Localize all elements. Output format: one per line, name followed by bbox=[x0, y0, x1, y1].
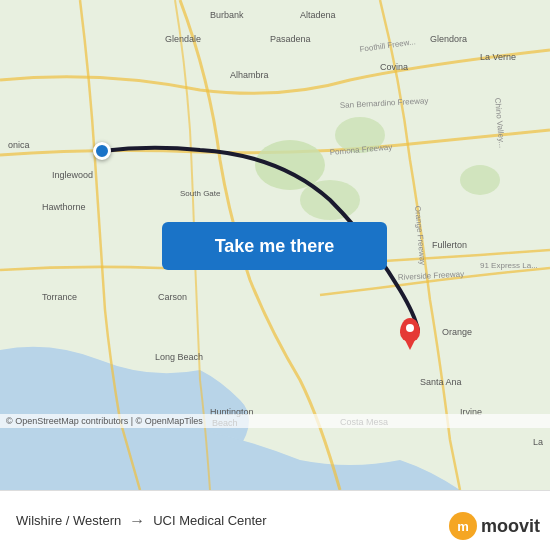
svg-text:Santa Ana: Santa Ana bbox=[420, 377, 462, 387]
route-origin: Wilshire / Western bbox=[16, 513, 121, 528]
moovit-logo: m moovit bbox=[449, 512, 540, 540]
svg-text:Inglewood: Inglewood bbox=[52, 170, 93, 180]
svg-text:South Gate: South Gate bbox=[180, 189, 221, 198]
svg-text:La: La bbox=[533, 437, 543, 447]
svg-text:Covina: Covina bbox=[380, 62, 408, 72]
map-container: Burbank Altadena Glendale Pasadena Glend… bbox=[0, 0, 550, 490]
svg-text:Long Beach: Long Beach bbox=[155, 352, 203, 362]
svg-point-1 bbox=[255, 140, 325, 190]
svg-text:Orange: Orange bbox=[442, 327, 472, 337]
destination-marker bbox=[400, 318, 420, 342]
svg-text:Burbank: Burbank bbox=[210, 10, 244, 20]
svg-point-2 bbox=[300, 180, 360, 220]
moovit-logo-text: moovit bbox=[481, 516, 540, 537]
svg-text:Carson: Carson bbox=[158, 292, 187, 302]
map-attribution: © OpenStreetMap contributors | © OpenMap… bbox=[0, 414, 550, 428]
origin-marker bbox=[93, 142, 111, 160]
bottom-bar: Wilshire / Western → UCI Medical Center … bbox=[0, 490, 550, 550]
route-arrow: → bbox=[129, 512, 145, 530]
svg-text:91 Express La...: 91 Express La... bbox=[480, 261, 538, 270]
take-me-there-button[interactable]: Take me there bbox=[162, 222, 387, 270]
svg-text:onica: onica bbox=[8, 140, 30, 150]
svg-text:Alhambra: Alhambra bbox=[230, 70, 269, 80]
moovit-logo-icon: m bbox=[449, 512, 477, 540]
svg-text:Torrance: Torrance bbox=[42, 292, 77, 302]
svg-text:Fullerton: Fullerton bbox=[432, 240, 467, 250]
svg-text:Hawthorne: Hawthorne bbox=[42, 202, 86, 212]
svg-text:Glendale: Glendale bbox=[165, 34, 201, 44]
svg-text:Altadena: Altadena bbox=[300, 10, 336, 20]
route-destination: UCI Medical Center bbox=[153, 513, 266, 528]
svg-text:Pasadena: Pasadena bbox=[270, 34, 311, 44]
svg-text:Glendora: Glendora bbox=[430, 34, 467, 44]
svg-text:La Verne: La Verne bbox=[480, 52, 516, 62]
svg-point-4 bbox=[460, 165, 500, 195]
